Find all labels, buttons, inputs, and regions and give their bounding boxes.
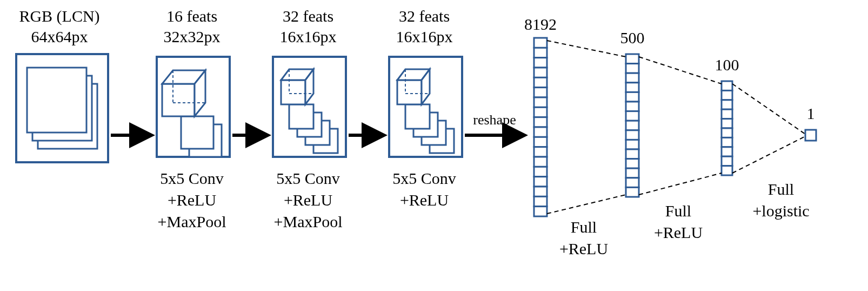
fc3-block: 100 Full +logistic — [715, 56, 810, 220]
input-top2: 64x64px — [31, 28, 88, 45]
fc3-bot2: +logistic — [752, 202, 809, 220]
svg-rect-40 — [534, 177, 547, 187]
svg-rect-37 — [534, 147, 547, 157]
conv3-bot1: 5x5 Conv — [392, 169, 456, 187]
svg-rect-38 — [534, 157, 547, 167]
fc1-count: 8192 — [524, 15, 557, 33]
conv2-bot3: +MaxPool — [274, 213, 343, 230]
fc2-bot2: +ReLU — [654, 223, 703, 241]
svg-rect-41 — [534, 187, 547, 196]
conv3-top2: 16x16px — [396, 28, 453, 45]
fc1-block: 8192 Full +ReLU — [524, 15, 608, 257]
svg-rect-58 — [626, 187, 639, 197]
svg-rect-49 — [626, 102, 639, 111]
svg-line-70 — [547, 41, 626, 57]
conv2-block: 32 feats 16x16px 5x5 Conv +ReLU +MaxPool — [273, 7, 346, 230]
svg-rect-15 — [281, 80, 305, 104]
svg-rect-39 — [534, 167, 547, 176]
architecture-diagram: RGB (LCN) 64x64px 16 feats 32x32px 5x5 C… — [0, 0, 868, 291]
conv1-top2: 32x32px — [164, 28, 221, 45]
svg-rect-65 — [722, 137, 732, 147]
svg-rect-69 — [805, 130, 816, 141]
fc3-bot1: Full — [768, 180, 794, 198]
input-top1: RGB (LCN) — [19, 7, 99, 25]
svg-rect-42 — [534, 196, 547, 206]
fc1-bot1: Full — [571, 218, 597, 236]
svg-rect-64 — [722, 128, 732, 137]
svg-line-73 — [639, 173, 722, 195]
conv2-top2: 16x16px — [280, 28, 337, 45]
svg-rect-55 — [626, 159, 639, 169]
svg-rect-60 — [722, 90, 732, 100]
svg-rect-35 — [534, 127, 547, 137]
conv1-top1: 16 feats — [166, 7, 217, 25]
conv1-bot3: +MaxPool — [158, 213, 226, 230]
svg-rect-36 — [534, 137, 547, 147]
svg-rect-44 — [626, 54, 639, 64]
svg-rect-63 — [722, 119, 732, 128]
fc3-count: 100 — [715, 56, 739, 74]
svg-rect-6 — [181, 116, 213, 149]
svg-rect-62 — [722, 109, 732, 118]
output-block: 1 — [805, 104, 816, 141]
svg-rect-52 — [626, 130, 639, 140]
svg-rect-61 — [722, 100, 732, 109]
svg-line-74 — [732, 84, 805, 134]
input-block: RGB (LCN) 64x64px — [16, 7, 108, 162]
svg-rect-47 — [626, 83, 639, 92]
svg-rect-29 — [534, 68, 547, 77]
svg-rect-43 — [534, 207, 547, 216]
out-count: 1 — [807, 104, 815, 122]
svg-rect-30 — [534, 77, 547, 87]
conv2-bot1: 5x5 Conv — [276, 169, 340, 187]
svg-rect-68 — [722, 166, 732, 175]
conv3-top1: 32 feats — [399, 7, 450, 25]
conv1-bot1: 5x5 Conv — [160, 169, 224, 187]
conv3-block: 32 feats 16x16px 5x5 Conv +ReLU — [389, 7, 462, 209]
svg-rect-57 — [626, 178, 639, 188]
svg-rect-7 — [162, 84, 195, 116]
svg-rect-26 — [534, 38, 547, 48]
conv1-bot2: +ReLU — [168, 191, 217, 209]
svg-rect-54 — [626, 149, 639, 159]
svg-rect-33 — [534, 107, 547, 117]
conv3-bot2: +ReLU — [400, 191, 449, 209]
fan-lines — [547, 41, 805, 214]
svg-rect-3 — [27, 68, 86, 133]
svg-rect-45 — [626, 64, 639, 74]
svg-rect-67 — [722, 156, 732, 166]
svg-rect-23 — [397, 80, 422, 104]
svg-rect-56 — [626, 168, 639, 178]
conv1-block: 16 feats 32x32px 5x5 Conv +ReLU +MaxPool — [157, 7, 230, 230]
svg-rect-34 — [534, 117, 547, 127]
reshape-label: reshape — [473, 112, 516, 128]
svg-rect-59 — [722, 81, 732, 90]
fc2-bot1: Full — [665, 202, 691, 220]
svg-rect-14 — [289, 104, 313, 129]
svg-line-71 — [547, 195, 626, 214]
svg-line-72 — [639, 57, 722, 84]
fc2-block: 500 Full +ReLU — [620, 29, 703, 241]
conv2-top1: 32 feats — [283, 7, 333, 25]
svg-rect-51 — [626, 121, 639, 130]
svg-rect-31 — [534, 88, 547, 97]
svg-rect-22 — [405, 104, 430, 129]
svg-line-75 — [732, 136, 805, 173]
svg-rect-66 — [722, 147, 732, 156]
svg-rect-32 — [534, 97, 547, 107]
svg-rect-28 — [534, 58, 547, 68]
fc1-bot2: +ReLU — [559, 240, 609, 257]
svg-rect-50 — [626, 111, 639, 121]
svg-rect-48 — [626, 92, 639, 102]
svg-rect-46 — [626, 73, 639, 83]
fc2-count: 500 — [620, 29, 645, 47]
svg-rect-27 — [534, 48, 547, 57]
conv2-bot2: +ReLU — [284, 191, 333, 209]
svg-rect-53 — [626, 140, 639, 149]
